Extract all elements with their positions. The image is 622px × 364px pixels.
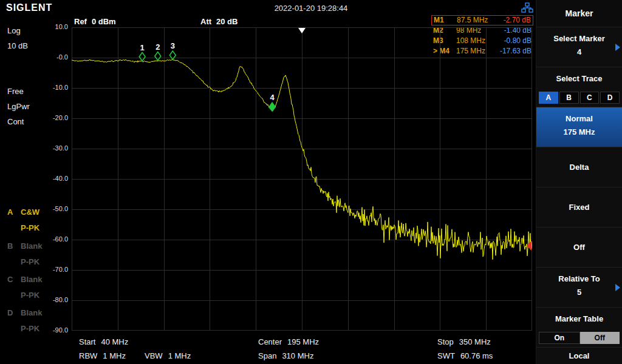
trace-d-detector: P-PK <box>21 324 39 333</box>
center-value: 195 MHz <box>287 337 319 346</box>
marker-table-on[interactable]: On <box>539 332 580 344</box>
amp-scale-value: 10 dB <box>7 41 28 50</box>
center-freq-indicator <box>298 28 306 33</box>
sweep-mode: Cont <box>7 117 24 126</box>
vbw: VBW1 MHz <box>145 351 191 360</box>
center-freq: Center195 MHz <box>258 337 319 346</box>
rbw-label: RBW <box>79 351 97 360</box>
start-label: Start <box>79 337 95 346</box>
off-label: Off <box>573 243 585 252</box>
att-label: Att <box>200 17 211 26</box>
select-marker-button[interactable]: Select Marker 4 <box>536 27 622 67</box>
local-button[interactable]: Local <box>536 348 622 364</box>
trace-tab-c[interactable]: C <box>580 92 600 104</box>
y-tick-label: 10.0 <box>40 23 68 30</box>
marker-fixed-button[interactable]: Fixed <box>536 187 622 228</box>
start-freq: Start40 MHz <box>79 337 128 346</box>
select-marker-label: Select Marker <box>536 34 622 43</box>
marker-label-1: 1 <box>140 43 145 52</box>
trace-c-id: C <box>7 275 21 284</box>
marker-normal-button[interactable]: Normal 175 MHz <box>536 107 622 147</box>
y-tick-label: -50.0 <box>40 205 68 212</box>
stop-value: 350 MHz <box>459 337 491 346</box>
trace-b-id: B <box>7 241 21 251</box>
vbw-value: 1 MHz <box>168 351 191 360</box>
swt-value: 60.76 ms <box>460 351 493 360</box>
trace-a-status: AC&W <box>7 207 39 217</box>
marker-off-button[interactable]: Off <box>536 228 622 268</box>
marker-freq: 87.5 MHz <box>457 16 496 25</box>
ref-value: 0 dBm <box>92 17 116 26</box>
trace-tab-a[interactable]: A <box>539 92 558 104</box>
swt-label: SWT <box>437 351 455 360</box>
marker-amp: -2.70 dB <box>496 16 531 25</box>
start-value: 40 MHz <box>101 337 128 346</box>
relative-to-label: Relative To <box>536 274 622 283</box>
spectrum-analyzer-screen: SIGLENT 2022-01-20 19:28:44 Ref0 dBm Att… <box>0 0 622 364</box>
select-trace-button[interactable]: Select Trace A B C D <box>536 67 622 107</box>
submenu-arrow-icon <box>615 284 620 291</box>
trigger-mode: Free <box>7 87 24 96</box>
ref-label: Ref <box>74 17 87 26</box>
softkey-menu: Marker Select Marker 4 Select Trace A B … <box>536 0 622 364</box>
trace-a-mode: C&W <box>21 207 39 217</box>
vbw-label: VBW <box>145 351 163 360</box>
span-label: Span <box>258 351 276 360</box>
marker-label-3: 3 <box>171 41 175 50</box>
relative-to-value: 5 <box>536 288 622 297</box>
relative-to-button[interactable]: Relative To 5 <box>536 268 622 308</box>
marker-id: M1 <box>434 16 457 25</box>
center-label: Center <box>258 337 282 346</box>
y-tick-label: -70.0 <box>40 266 68 273</box>
delta-label: Delta <box>570 163 589 172</box>
ref-level: Ref0 dBm <box>74 17 116 26</box>
trace-d-id: D <box>7 308 21 317</box>
select-trace-label: Select Trace <box>536 74 622 83</box>
trace-a-detector: P-PK <box>21 223 39 232</box>
trace-tab-group: A B C D <box>538 92 620 104</box>
menu-title: Marker <box>536 0 622 27</box>
y-tick-label: -30.0 <box>40 144 68 152</box>
stop-freq: Stop350 MHz <box>437 337 491 346</box>
trace-tab-b[interactable]: B <box>559 92 579 104</box>
amp-scale-type: Log <box>7 26 21 35</box>
marker-label-4: 4 <box>270 93 275 102</box>
y-tick-label: -0.0 <box>40 53 68 61</box>
y-tick-label: -80.0 <box>40 296 68 303</box>
trace-plot: 1234 <box>72 27 532 331</box>
datetime: 2022-01-20 19:28:44 <box>220 4 402 13</box>
graticule-grid <box>72 27 532 331</box>
marker-table-button[interactable]: Marker Table On Off <box>536 308 622 348</box>
marker-table-toggle: On Off <box>539 332 620 344</box>
span: Span310 MHz <box>258 351 313 360</box>
graticule-area: 1234 <box>72 27 532 331</box>
trace-c-mode: Blank <box>21 275 42 284</box>
normal-label: Normal <box>536 114 622 123</box>
trace-c-detector: P-PK <box>21 291 39 300</box>
swt: SWT60.76 ms <box>437 351 493 360</box>
trace-tab-d[interactable]: D <box>600 92 620 104</box>
trace-b-status: BBlank <box>7 241 42 251</box>
marker-diamond-2 <box>155 52 161 61</box>
trace-a-id: A <box>7 207 21 217</box>
rbw: RBW1 MHz <box>79 351 126 360</box>
submenu-arrow-icon <box>615 44 620 51</box>
fixed-label: Fixed <box>569 203 590 212</box>
marker-label-2: 2 <box>156 42 160 52</box>
marker-diamond-1 <box>139 53 145 61</box>
y-tick-label: -90.0 <box>40 326 68 334</box>
y-tick-label: -40.0 <box>40 175 68 182</box>
attenuation: Att20 dB <box>200 17 238 26</box>
marker-table-off[interactable]: Off <box>580 332 620 344</box>
select-marker-value: 4 <box>536 47 622 56</box>
y-tick-label: -10.0 <box>40 84 68 91</box>
rbw-value: 1 MHz <box>103 351 126 360</box>
stop-label: Stop <box>437 337 454 346</box>
trace-d-mode: Blank <box>21 308 42 317</box>
marker-delta-button[interactable]: Delta <box>536 147 622 187</box>
normal-value: 175 MHz <box>536 127 622 136</box>
y-tick-label: -60.0 <box>40 235 68 243</box>
siglent-logo: SIGLENT <box>6 2 52 13</box>
network-status-icon <box>521 2 533 14</box>
power-mode: LgPwr <box>7 102 30 111</box>
